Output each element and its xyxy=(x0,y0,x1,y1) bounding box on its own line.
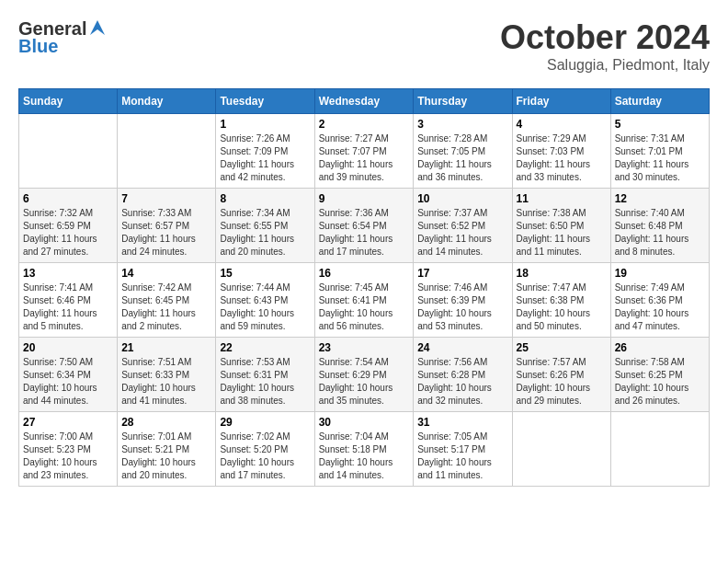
weekday-header-monday: Monday xyxy=(118,89,216,114)
weekday-header-saturday: Saturday xyxy=(610,89,709,114)
day-number: 18 xyxy=(517,267,607,280)
day-detail: Sunrise: 7:47 AMSunset: 6:38 PMDaylight:… xyxy=(517,282,607,333)
day-number: 27 xyxy=(23,416,113,429)
calendar-cell: 28 Sunrise: 7:01 AMSunset: 5:21 PMDaylig… xyxy=(118,412,216,487)
day-number: 25 xyxy=(517,341,607,354)
day-number: 16 xyxy=(319,267,410,280)
day-number: 5 xyxy=(615,118,705,131)
calendar-cell: 25 Sunrise: 7:57 AMSunset: 6:26 PMDaylig… xyxy=(512,338,610,412)
day-detail: Sunrise: 7:40 AMSunset: 6:48 PMDaylight:… xyxy=(615,207,705,259)
calendar-cell: 20 Sunrise: 7:50 AMSunset: 6:34 PMDaylig… xyxy=(19,338,118,412)
calendar-cell: 12 Sunrise: 7:40 AMSunset: 6:48 PMDaylig… xyxy=(610,189,709,263)
day-number: 6 xyxy=(23,192,113,205)
day-number: 4 xyxy=(517,118,607,131)
day-number: 20 xyxy=(23,341,113,354)
calendar-cell xyxy=(118,114,216,189)
day-number: 14 xyxy=(121,267,211,280)
day-detail: Sunrise: 7:38 AMSunset: 6:50 PMDaylight:… xyxy=(517,207,607,259)
day-number: 11 xyxy=(517,192,607,205)
calendar-cell: 5 Sunrise: 7:31 AMSunset: 7:01 PMDayligh… xyxy=(610,114,709,189)
calendar-cell: 11 Sunrise: 7:38 AMSunset: 6:50 PMDaylig… xyxy=(512,189,610,263)
day-number: 3 xyxy=(417,118,507,131)
location-subtitle: Saluggia, Piedmont, Italy xyxy=(500,57,710,74)
day-detail: Sunrise: 7:46 AMSunset: 6:39 PMDaylight:… xyxy=(417,282,507,333)
day-number: 9 xyxy=(319,192,410,205)
day-detail: Sunrise: 7:53 AMSunset: 6:31 PMDaylight:… xyxy=(220,356,310,408)
calendar-cell: 15 Sunrise: 7:44 AMSunset: 6:43 PMDaylig… xyxy=(216,263,314,338)
calendar-cell: 18 Sunrise: 7:47 AMSunset: 6:38 PMDaylig… xyxy=(512,263,610,338)
day-detail: Sunrise: 7:29 AMSunset: 7:03 PMDaylight:… xyxy=(517,132,607,184)
day-detail: Sunrise: 7:54 AMSunset: 6:29 PMDaylight:… xyxy=(319,356,410,408)
weekday-header-tuesday: Tuesday xyxy=(216,89,314,114)
day-detail: Sunrise: 7:57 AMSunset: 6:26 PMDaylight:… xyxy=(517,356,607,408)
calendar-cell: 29 Sunrise: 7:02 AMSunset: 5:20 PMDaylig… xyxy=(216,412,314,487)
day-detail: Sunrise: 7:05 AMSunset: 5:17 PMDaylight:… xyxy=(417,431,507,482)
svg-marker-0 xyxy=(90,20,105,35)
calendar-cell xyxy=(19,114,118,189)
calendar-cell: 1 Sunrise: 7:26 AMSunset: 7:09 PMDayligh… xyxy=(216,114,314,189)
weekday-header-friday: Friday xyxy=(512,89,610,114)
day-number: 28 xyxy=(121,416,211,429)
calendar-week-row: 27 Sunrise: 7:00 AMSunset: 5:23 PMDaylig… xyxy=(19,412,710,487)
calendar-cell: 23 Sunrise: 7:54 AMSunset: 6:29 PMDaylig… xyxy=(314,338,414,412)
day-detail: Sunrise: 7:49 AMSunset: 6:36 PMDaylight:… xyxy=(615,282,705,333)
calendar-cell: 14 Sunrise: 7:42 AMSunset: 6:45 PMDaylig… xyxy=(118,263,216,338)
day-detail: Sunrise: 7:37 AMSunset: 6:52 PMDaylight:… xyxy=(417,207,507,259)
day-number: 24 xyxy=(417,341,507,354)
calendar-week-row: 13 Sunrise: 7:41 AMSunset: 6:46 PMDaylig… xyxy=(19,263,710,338)
day-number: 13 xyxy=(23,267,113,280)
calendar-cell: 22 Sunrise: 7:53 AMSunset: 6:31 PMDaylig… xyxy=(216,338,314,412)
day-detail: Sunrise: 7:26 AMSunset: 7:09 PMDaylight:… xyxy=(220,132,310,184)
day-number: 17 xyxy=(417,267,507,280)
calendar-week-row: 1 Sunrise: 7:26 AMSunset: 7:09 PMDayligh… xyxy=(19,114,710,189)
weekday-header-thursday: Thursday xyxy=(414,89,512,114)
day-number: 23 xyxy=(319,341,410,354)
calendar-cell: 17 Sunrise: 7:46 AMSunset: 6:39 PMDaylig… xyxy=(414,263,512,338)
weekday-header-sunday: Sunday xyxy=(19,89,118,114)
day-detail: Sunrise: 7:04 AMSunset: 5:18 PMDaylight:… xyxy=(319,431,410,482)
day-detail: Sunrise: 7:56 AMSunset: 6:28 PMDaylight:… xyxy=(417,356,507,408)
day-number: 7 xyxy=(121,192,211,205)
day-number: 10 xyxy=(417,192,507,205)
calendar-cell: 13 Sunrise: 7:41 AMSunset: 6:46 PMDaylig… xyxy=(19,263,118,338)
day-number: 26 xyxy=(615,341,705,354)
calendar-cell xyxy=(610,412,709,487)
day-detail: Sunrise: 7:51 AMSunset: 6:33 PMDaylight:… xyxy=(121,356,211,408)
calendar-cell: 16 Sunrise: 7:45 AMSunset: 6:41 PMDaylig… xyxy=(314,263,414,338)
calendar-table: SundayMondayTuesdayWednesdayThursdayFrid… xyxy=(18,88,710,487)
logo-bird-icon xyxy=(88,18,107,37)
day-detail: Sunrise: 7:33 AMSunset: 6:57 PMDaylight:… xyxy=(121,207,211,259)
calendar-cell: 26 Sunrise: 7:58 AMSunset: 6:25 PMDaylig… xyxy=(610,338,709,412)
weekday-header-wednesday: Wednesday xyxy=(314,89,414,114)
calendar-cell: 31 Sunrise: 7:05 AMSunset: 5:17 PMDaylig… xyxy=(414,412,512,487)
day-number: 31 xyxy=(417,416,507,429)
day-detail: Sunrise: 7:32 AMSunset: 6:59 PMDaylight:… xyxy=(23,207,113,259)
calendar-cell: 6 Sunrise: 7:32 AMSunset: 6:59 PMDayligh… xyxy=(19,189,118,263)
calendar-cell: 8 Sunrise: 7:34 AMSunset: 6:55 PMDayligh… xyxy=(216,189,314,263)
day-number: 29 xyxy=(220,416,310,429)
calendar-cell: 7 Sunrise: 7:33 AMSunset: 6:57 PMDayligh… xyxy=(118,189,216,263)
day-number: 15 xyxy=(220,267,310,280)
title-area: October 2024 Saluggia, Piedmont, Italy xyxy=(500,18,710,74)
page-header: General Blue October 2024 Saluggia, Pied… xyxy=(18,18,710,74)
day-number: 30 xyxy=(319,416,410,429)
calendar-header-row: SundayMondayTuesdayWednesdayThursdayFrid… xyxy=(19,89,710,114)
day-detail: Sunrise: 7:31 AMSunset: 7:01 PMDaylight:… xyxy=(615,132,705,184)
calendar-cell: 21 Sunrise: 7:51 AMSunset: 6:33 PMDaylig… xyxy=(118,338,216,412)
calendar-cell: 4 Sunrise: 7:29 AMSunset: 7:03 PMDayligh… xyxy=(512,114,610,189)
day-detail: Sunrise: 7:42 AMSunset: 6:45 PMDaylight:… xyxy=(121,282,211,333)
day-detail: Sunrise: 7:58 AMSunset: 6:25 PMDaylight:… xyxy=(615,356,705,408)
day-number: 12 xyxy=(615,192,705,205)
day-detail: Sunrise: 7:01 AMSunset: 5:21 PMDaylight:… xyxy=(121,431,211,482)
calendar-cell: 10 Sunrise: 7:37 AMSunset: 6:52 PMDaylig… xyxy=(414,189,512,263)
day-detail: Sunrise: 7:50 AMSunset: 6:34 PMDaylight:… xyxy=(23,356,113,408)
day-detail: Sunrise: 7:45 AMSunset: 6:41 PMDaylight:… xyxy=(319,282,410,333)
day-number: 22 xyxy=(220,341,310,354)
calendar-week-row: 20 Sunrise: 7:50 AMSunset: 6:34 PMDaylig… xyxy=(19,338,710,412)
day-number: 19 xyxy=(615,267,705,280)
calendar-week-row: 6 Sunrise: 7:32 AMSunset: 6:59 PMDayligh… xyxy=(19,189,710,263)
day-detail: Sunrise: 7:34 AMSunset: 6:55 PMDaylight:… xyxy=(220,207,310,259)
calendar-cell: 3 Sunrise: 7:28 AMSunset: 7:05 PMDayligh… xyxy=(414,114,512,189)
day-number: 21 xyxy=(121,341,211,354)
day-detail: Sunrise: 7:36 AMSunset: 6:54 PMDaylight:… xyxy=(319,207,410,259)
